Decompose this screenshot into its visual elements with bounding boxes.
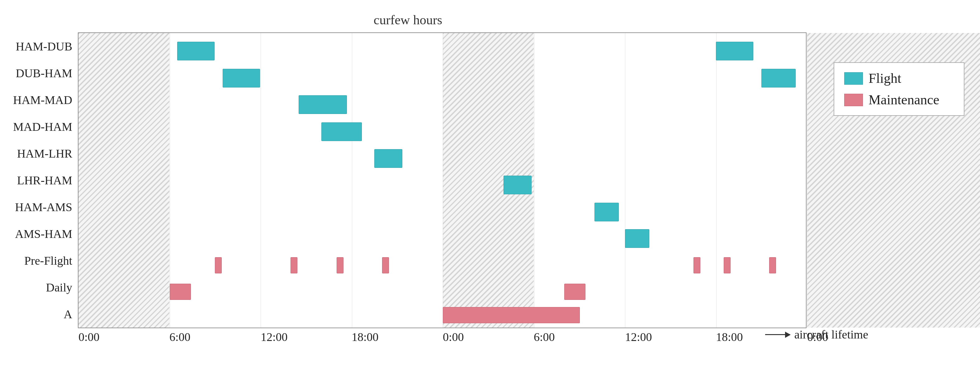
bar-preflight-2: [291, 257, 298, 274]
y-label-3: MAD-HAM: [10, 113, 75, 140]
bar-preflight-3: [337, 257, 344, 274]
hatch-1: [78, 33, 169, 328]
bar-daily-2: [564, 284, 585, 300]
bar-dub-ham-1: [223, 69, 260, 87]
bar-dub-ham-2: [761, 69, 795, 87]
y-label-6: HAM-AMS: [10, 194, 75, 221]
legend: Flight Maintenance: [834, 62, 964, 116]
bar-preflight-1: [215, 257, 222, 274]
bar-preflight-5: [694, 257, 700, 274]
bar-ams-ham-1: [625, 229, 649, 248]
y-label-10: A: [10, 301, 75, 328]
x-axis-label: aircraft lifetime: [794, 328, 868, 341]
bar-a-1: [443, 307, 580, 323]
bar-preflight-6: [724, 257, 730, 274]
bar-ham-dub-2: [716, 42, 753, 60]
x-axis: 0:00 6:00 12:00 18:00 0:00 6:00 12:00 18…: [78, 328, 806, 353]
bar-ham-lhr-1: [374, 149, 402, 168]
chart-container: curfew hours: [6, 13, 810, 349]
bar-daily-1: [170, 284, 191, 300]
y-labels: HAM-DUB DUB-HAM HAM-MAD MAD-HAM HAM-LHR …: [10, 33, 75, 328]
bar-ham-dub-1: [177, 42, 215, 60]
y-label-2: HAM-MAD: [10, 87, 75, 113]
y-label-8: Pre-Flight: [10, 247, 75, 274]
legend-item-flight: Flight: [844, 70, 954, 86]
y-label-5: LHR-HAM: [10, 167, 75, 194]
legend-maintenance-label: Maintenance: [869, 92, 939, 108]
y-label-0: HAM-DUB: [10, 33, 75, 60]
legend-flight-color: [844, 72, 863, 85]
bar-lhr-ham-1: [504, 176, 531, 194]
y-label-7: AMS-HAM: [10, 221, 75, 247]
bar-preflight-7: [769, 257, 776, 274]
legend-item-maintenance: Maintenance: [844, 92, 954, 108]
bar-ham-mad-1: [299, 95, 347, 114]
legend-maintenance-color: [844, 94, 863, 106]
x-axis-arrow: [765, 334, 790, 335]
chart-area: HAM-DUB DUB-HAM HAM-MAD MAD-HAM HAM-LHR …: [78, 32, 807, 328]
legend-flight-label: Flight: [869, 70, 901, 86]
chart-title: curfew hours: [6, 13, 810, 27]
bar-preflight-4: [382, 257, 389, 274]
y-label-1: DUB-HAM: [10, 60, 75, 87]
bar-mad-ham-1: [321, 122, 362, 141]
bar-ham-ams-1: [595, 203, 619, 221]
y-label-9: Daily: [10, 274, 75, 301]
y-label-4: HAM-LHR: [10, 140, 75, 167]
